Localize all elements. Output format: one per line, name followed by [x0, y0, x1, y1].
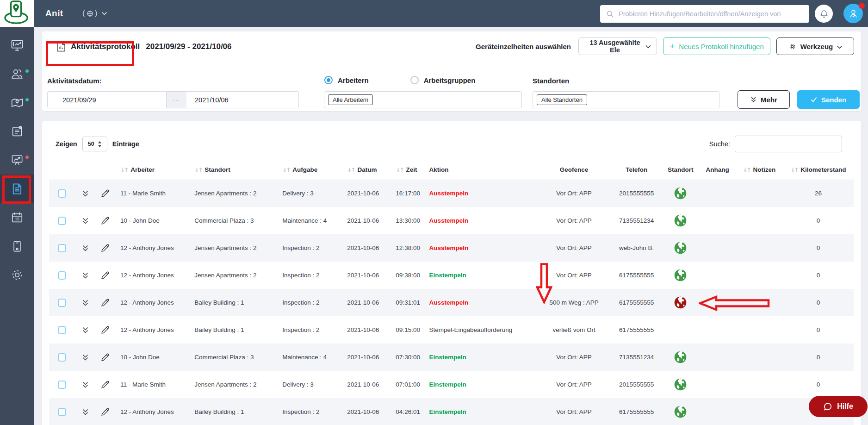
col-header-standort[interactable]: ↓↑Standort — [189, 160, 277, 180]
location-globe-icon-green[interactable] — [674, 350, 687, 364]
col-header-aktion: Aktion — [423, 160, 537, 180]
expand-row-button[interactable] — [81, 354, 89, 361]
row-checkbox[interactable] — [58, 271, 66, 280]
expand-row-button[interactable] — [81, 272, 89, 279]
help-button[interactable]: Hilfe — [809, 396, 868, 417]
sidebar-item-workers[interactable] — [0, 60, 34, 88]
row-checkbox[interactable] — [58, 189, 66, 198]
date-to-input[interactable]: 2021/10/06 — [186, 91, 299, 108]
table-search-input[interactable] — [735, 136, 842, 152]
radio-workers[interactable]: Arbeitern — [324, 76, 369, 84]
cell-datum: 2021-10-06 — [341, 289, 390, 316]
location-globe-icon-green[interactable] — [674, 187, 687, 200]
location-globe-icon-green[interactable] — [674, 405, 687, 419]
tools-button[interactable]: Werkzeug — [776, 38, 854, 55]
expand-row-button[interactable] — [81, 217, 89, 225]
cell-telefon: web-John B. — [611, 234, 662, 262]
table-card: Zeigen 50 Einträge Suche: ↓↑Arbeiter↓↑St… — [42, 121, 861, 425]
cell-standort: Jensen Apartments : 2 — [189, 180, 277, 207]
row-checkbox[interactable] — [58, 244, 66, 252]
col-header-notizen[interactable]: ↓↑Notizen — [736, 160, 782, 180]
sidebar-item-calendar[interactable]: 15 — [0, 203, 34, 232]
submit-button[interactable]: Senden — [797, 90, 860, 109]
cell-aktion: Einstempeln — [429, 408, 466, 415]
pencil-icon — [100, 380, 110, 390]
gear-icon — [788, 43, 796, 50]
col-header-kilometerstand[interactable]: ↓↑Kilometerstand — [782, 160, 854, 180]
radio-workers-label: Arbeitern — [338, 76, 369, 84]
row-checkbox[interactable] — [58, 299, 66, 307]
sort-arrows-icon: ↓↑ — [396, 167, 403, 173]
cell-notizen — [736, 371, 782, 398]
sidebar-item-activity-log[interactable] — [0, 175, 34, 203]
edit-row-button[interactable] — [100, 352, 110, 362]
edit-row-button[interactable] — [100, 298, 110, 308]
location-globe-icon-green[interactable] — [674, 378, 687, 391]
cell-aufgabe: Delivery : 3 — [277, 371, 341, 398]
more-filters-button[interactable]: Mehr — [738, 90, 790, 109]
location-globe-icon-red[interactable] — [674, 296, 687, 309]
cell-telefon: 2015555555 — [611, 180, 662, 207]
sidebar-item-reports[interactable] — [0, 146, 34, 175]
language-selector[interactable]: ( ) — [82, 6, 107, 20]
locations-filter-input[interactable]: Alle Standorten — [533, 91, 719, 108]
sidebar-item-dashboard[interactable] — [0, 31, 34, 60]
date-from-input[interactable]: 2021/09/29 — [47, 91, 167, 108]
expand-row-button[interactable] — [81, 408, 89, 416]
cell-notizen — [736, 398, 782, 425]
chevron-down-icon — [101, 9, 107, 18]
sidebar-item-notes[interactable] — [0, 117, 34, 146]
notifications-button[interactable] — [815, 5, 833, 23]
row-checkbox[interactable] — [58, 217, 66, 225]
radio-workgroups[interactable]: Arbeitsgruppen — [410, 76, 476, 84]
radio-workgroups-label: Arbeitsgruppen — [424, 76, 476, 84]
pencil-icon — [100, 270, 110, 281]
col-header-aufgabe[interactable]: ↓↑Aufgabe — [277, 160, 341, 180]
row-checkbox[interactable] — [58, 353, 66, 362]
global-search-input[interactable] — [619, 10, 804, 18]
page-size-select[interactable]: 50 — [82, 137, 107, 151]
locations-filter-tag[interactable]: Alle Standorten — [537, 94, 587, 105]
edit-row-button[interactable] — [100, 243, 110, 253]
cell-anhang — [699, 207, 736, 234]
edit-row-button[interactable] — [100, 216, 110, 226]
sidebar-item-map-tracking[interactable] — [0, 88, 34, 117]
edit-row-button[interactable] — [100, 407, 110, 417]
monitor-chart-icon — [10, 38, 24, 52]
sidebar-item-settings[interactable] — [0, 261, 34, 289]
col-header-zeit[interactable]: ↓↑Zeit — [390, 160, 423, 180]
edit-row-button[interactable] — [100, 380, 110, 390]
edit-row-button[interactable] — [100, 188, 110, 199]
location-globe-icon-green[interactable] — [674, 214, 687, 227]
row-checkbox[interactable] — [58, 326, 66, 334]
cell-notizen — [736, 207, 782, 234]
app-logo[interactable] — [0, 0, 34, 27]
edit-row-button[interactable] — [100, 270, 110, 281]
pencil-icon — [100, 243, 110, 253]
expand-row-button[interactable] — [81, 381, 89, 388]
map-route-icon — [10, 96, 24, 110]
selected-items-dropdown[interactable]: 13 Ausgewählte Ele — [578, 38, 657, 55]
expand-row-button[interactable] — [81, 244, 89, 252]
table-row: 12 - Anthony JonesBailey Building : 1Ins… — [49, 398, 854, 425]
location-globe-icon-green[interactable] — [674, 269, 687, 282]
sidebar-item-devices[interactable] — [0, 232, 34, 261]
workers-filter-tag[interactable]: Alle Arbeitern — [328, 94, 373, 105]
add-protocol-button[interactable]: + Neues Protokoll hinzufügen — [663, 38, 770, 55]
col-header-arbeiter[interactable]: ↓↑Arbeiter — [115, 160, 189, 180]
cell-arbeiter: 12 - Anthony Jones — [115, 316, 189, 344]
cell-kilometerstand: 0 — [782, 371, 854, 398]
expand-row-button[interactable] — [81, 190, 89, 197]
location-globe-icon-green[interactable] — [674, 241, 687, 255]
cell-datum: 2021-10-06 — [341, 180, 390, 207]
row-checkbox[interactable] — [58, 408, 66, 416]
expand-row-button[interactable] — [81, 326, 89, 334]
cell-arbeiter: 12 - Anthony Jones — [115, 398, 189, 425]
row-checkbox[interactable] — [58, 381, 66, 389]
edit-row-button[interactable] — [100, 325, 110, 335]
page-header-card: Aktivitätsprotokoll 2021/09/29 - 2021/10… — [42, 31, 861, 111]
col-header-datum[interactable]: ↓↑Datum — [341, 160, 390, 180]
workers-filter-input[interactable]: Alle Arbeitern — [324, 91, 522, 108]
expand-row-button[interactable] — [81, 299, 89, 306]
col-header-anhang: Anhang — [699, 160, 736, 180]
